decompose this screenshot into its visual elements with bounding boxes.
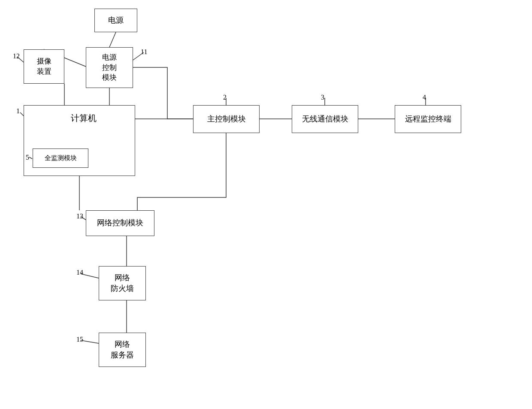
main-control-box: 主控制模块 xyxy=(193,105,260,133)
label-1: 1 xyxy=(16,107,20,115)
diagram: 电源 电源 控制 模块 摄像 装置 计算机 全监测模块 主控制模块 无线通信模块… xyxy=(0,0,532,409)
svg-line-18 xyxy=(81,274,99,278)
label-11: 11 xyxy=(141,48,147,56)
remote-box: 远程监控终端 xyxy=(395,105,461,133)
label-15: 15 xyxy=(76,336,83,343)
label-12: 12 xyxy=(13,52,20,60)
monitor-module-box: 全监测模块 xyxy=(33,148,88,168)
svg-line-19 xyxy=(81,340,99,343)
network-server-box: 网络 服务器 xyxy=(99,333,146,367)
label-3: 3 xyxy=(321,94,324,101)
power-supply-box: 电源 xyxy=(94,9,137,32)
network-control-box: 网络控制模块 xyxy=(86,210,154,236)
power-control-box: 电源 控制 模块 xyxy=(86,47,133,88)
svg-line-0 xyxy=(109,32,116,47)
svg-line-10 xyxy=(20,112,24,116)
camera-box: 摄像 装置 xyxy=(24,49,64,84)
label-2: 2 xyxy=(223,94,227,101)
firewall-box: 网络 防火墙 xyxy=(99,266,146,300)
label-14: 14 xyxy=(76,269,83,276)
label-13: 13 xyxy=(76,212,83,220)
computer-box: 计算机 全监测模块 xyxy=(24,105,135,176)
label-4: 4 xyxy=(423,94,426,101)
wireless-box: 无线通信模块 xyxy=(292,105,358,133)
label-5: 5 xyxy=(26,154,29,161)
